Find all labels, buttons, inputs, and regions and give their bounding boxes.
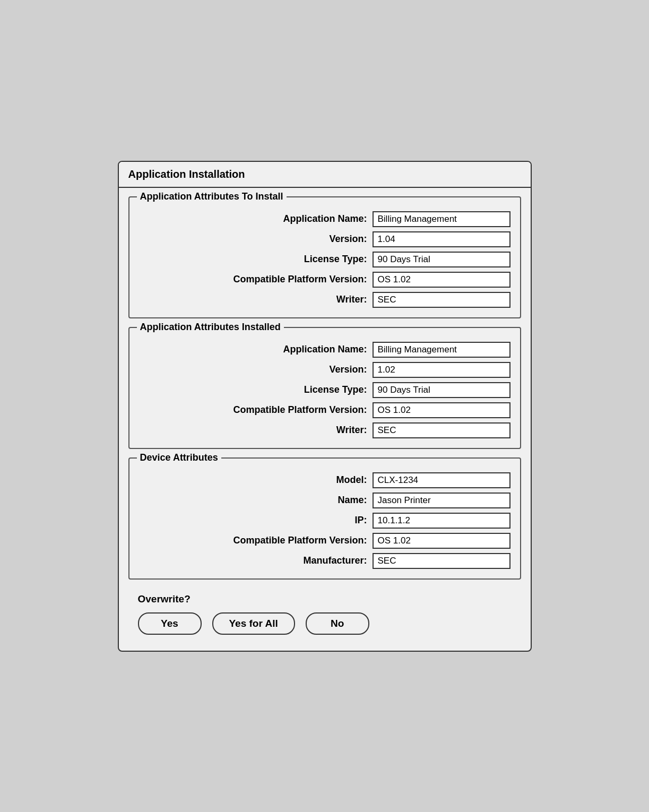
dialog-body: Application Attributes To Install Applic… [119,188,531,651]
dialog-title: Application Installation [119,162,531,188]
device-platform-label: Compatible Platform Version: [233,535,367,546]
installed-writer-value: SEC [373,422,510,438]
installed-platform-row: Compatible Platform Version: OS 1.02 [139,402,510,418]
device-section-title: Device Attributes [137,452,221,463]
installed-fields: Application Name: Billing Management Ver… [139,342,510,438]
to-install-license-value: 90 Days Trial [373,252,510,267]
device-ip-value: 10.1.1.2 [373,513,510,529]
to-install-writer-row: Writer: SEC [139,292,510,308]
to-install-app-name-label: Application Name: [283,213,367,224]
yes-for-all-button[interactable]: Yes for All [212,612,295,635]
device-manufacturer-row: Manufacturer: SEC [139,553,510,569]
installed-section: Application Attributes Installed Applica… [128,327,521,449]
installed-version-row: Version: 1.02 [139,362,510,378]
device-model-row: Model: CLX-1234 [139,472,510,488]
device-model-value: CLX-1234 [373,472,510,488]
installed-license-label: License Type: [304,384,367,395]
to-install-version-row: Version: 1.04 [139,231,510,247]
device-name-label: Name: [338,495,367,506]
to-install-license-label: License Type: [304,254,367,265]
to-install-section: Application Attributes To Install Applic… [128,196,521,318]
device-platform-row: Compatible Platform Version: OS 1.02 [139,533,510,549]
installed-section-title: Application Attributes Installed [137,322,284,333]
yes-button[interactable]: Yes [138,612,202,635]
installed-app-name-label: Application Name: [283,344,367,355]
to-install-fields: Application Name: Billing Management Ver… [139,211,510,308]
installed-license-row: License Type: 90 Days Trial [139,382,510,398]
device-platform-value: OS 1.02 [373,533,510,549]
device-name-row: Name: Jason Printer [139,493,510,508]
installed-version-label: Version: [329,364,367,375]
to-install-platform-label: Compatible Platform Version: [233,274,367,285]
to-install-section-title: Application Attributes To Install [137,191,287,202]
device-model-label: Model: [336,474,367,486]
device-manufacturer-value: SEC [373,553,510,569]
to-install-version-label: Version: [329,234,367,245]
to-install-app-name-value: Billing Management [373,211,510,227]
installed-app-name-value: Billing Management [373,342,510,358]
device-section: Device Attributes Model: CLX-1234 Name: … [128,457,521,580]
overwrite-section: Overwrite? Yes Yes for All No [128,588,521,642]
overwrite-label: Overwrite? [138,593,512,605]
installed-version-value: 1.02 [373,362,510,378]
to-install-writer-value: SEC [373,292,510,308]
device-ip-label: IP: [354,515,367,526]
to-install-platform-row: Compatible Platform Version: OS 1.02 [139,272,510,288]
to-install-app-name-row: Application Name: Billing Management [139,211,510,227]
installed-app-name-row: Application Name: Billing Management [139,342,510,358]
no-button[interactable]: No [306,612,369,635]
application-installation-dialog: Application Installation Application Att… [118,161,532,652]
to-install-writer-label: Writer: [336,294,367,305]
button-row: Yes Yes for All No [138,612,512,640]
installed-platform-value: OS 1.02 [373,402,510,418]
device-name-value: Jason Printer [373,493,510,508]
installed-writer-row: Writer: SEC [139,422,510,438]
device-manufacturer-label: Manufacturer: [303,555,367,566]
installed-license-value: 90 Days Trial [373,382,510,398]
device-fields: Model: CLX-1234 Name: Jason Printer IP: … [139,472,510,569]
to-install-version-value: 1.04 [373,231,510,247]
device-ip-row: IP: 10.1.1.2 [139,513,510,529]
to-install-platform-value: OS 1.02 [373,272,510,288]
to-install-license-row: License Type: 90 Days Trial [139,252,510,267]
installed-platform-label: Compatible Platform Version: [233,404,367,416]
installed-writer-label: Writer: [336,425,367,436]
